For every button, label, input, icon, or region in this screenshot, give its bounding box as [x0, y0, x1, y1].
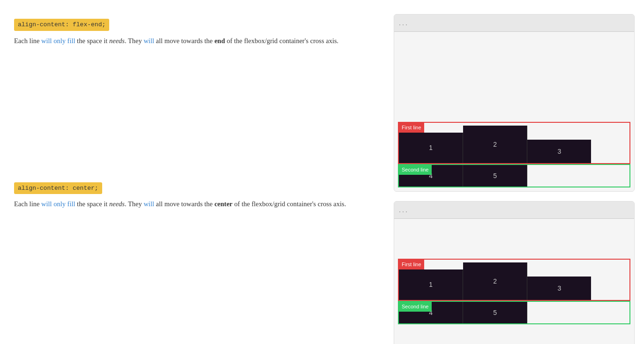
blue-text-4: will: [143, 200, 154, 208]
item-3-end: 3: [527, 140, 591, 163]
italic-text-1: needs: [109, 37, 125, 45]
second-line-label-2: Second line: [399, 302, 432, 312]
item-3-center: 3: [527, 277, 591, 300]
browser-mockup-flex-end: ... First line 1 2 3 Second line: [394, 14, 635, 192]
flex-line-1-end: First line 1 2 3: [398, 122, 630, 164]
browser-titlebar-1: ...: [394, 15, 634, 32]
blue-text-2: will: [143, 37, 154, 45]
item-2-end: 2: [463, 126, 527, 163]
second-line-label-1: Second line: [399, 165, 432, 175]
flex-line-2-center: Second line 4 5: [398, 301, 630, 324]
code-label-center: align-content: center;: [14, 182, 102, 194]
item-1-center: 1: [399, 269, 463, 300]
item-5-end: 5: [463, 165, 527, 187]
description-center: Each line will only fill the space it ne…: [14, 199, 370, 209]
item-1-end: 1: [399, 133, 463, 163]
blue-text-1: will only fill: [41, 37, 75, 45]
browser-dots-2: ...: [399, 204, 409, 216]
browser-content-flex-end: First line 1 2 3 Second line 4 5: [394, 32, 634, 191]
browser-titlebar-2: ...: [394, 202, 634, 219]
empty-2-end: [527, 165, 629, 187]
browser-mockup-center: ... First line 1 2 3 Second line: [394, 201, 635, 344]
section-flex-end: align-content: flex-end; Each line will …: [14, 14, 370, 46]
empty-2-center: [527, 302, 629, 323]
flex-line-1-center: First line 1 2 3: [398, 259, 630, 301]
browser-content-center: First line 1 2 3 Second line 4 5: [394, 219, 634, 344]
empty-1-end: [591, 123, 629, 163]
page-container: align-content: flex-end; Each line will …: [0, 0, 644, 344]
bold-text-2: center: [214, 200, 232, 208]
left-panel: align-content: flex-end; Each line will …: [0, 9, 384, 344]
description-flex-end: Each line will only fill the space it ne…: [14, 36, 370, 46]
first-line-label-1: First line: [399, 123, 424, 133]
italic-text-2: needs: [109, 200, 125, 208]
blue-text-3: will only fill: [41, 200, 75, 208]
bold-text-1: end: [214, 37, 225, 45]
item-5-center: 5: [463, 302, 527, 323]
code-label-flex-end: align-content: flex-end;: [14, 19, 109, 31]
flex-line-2-end: Second line 4 5: [398, 164, 630, 187]
first-line-label-2: First line: [399, 260, 424, 269]
section-center: align-content: center; Each line will on…: [14, 178, 370, 210]
item-2-center: 2: [463, 262, 527, 300]
browser-dots-1: ...: [399, 17, 409, 29]
right-panel: ... First line 1 2 3 Second line: [384, 9, 644, 344]
empty-1-center: [591, 260, 629, 300]
